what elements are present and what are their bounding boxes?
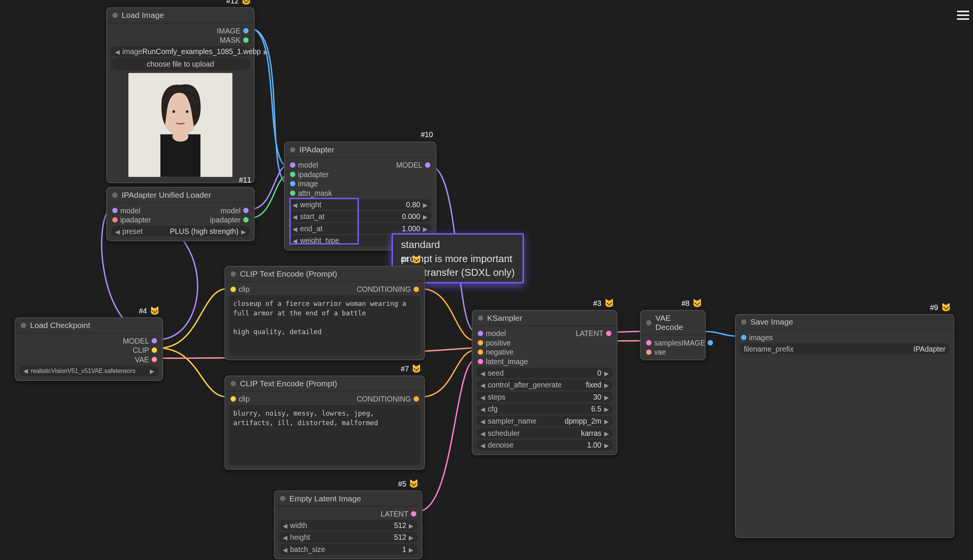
node-load-checkpoint[interactable]: #4🐱 Load Checkpoint MODEL CLIP VAE reali… — [15, 317, 163, 381]
node-header[interactable]: Save Image — [736, 315, 953, 330]
node-header[interactable]: Load Checkpoint — [15, 318, 162, 333]
upload-button[interactable]: choose file to upload — [111, 58, 250, 70]
node-ksampler[interactable]: #3🐱 KSampler modelLATENT positive negati… — [472, 310, 617, 455]
batch-size-widget[interactable]: batch_size1 — [278, 544, 418, 555]
node-header[interactable]: CLIP Text Encode (Prompt) — [225, 377, 425, 392]
dropdown-item[interactable]: standard — [398, 237, 517, 252]
image-select-widget[interactable]: imageRunComfy_examples_1085_1.webp — [111, 46, 250, 57]
node-badge: #3🐱 — [593, 299, 614, 308]
weight-widget[interactable]: weight0.80 — [289, 199, 432, 210]
node-badge: #7🐱 — [401, 364, 422, 374]
image-preview — [128, 73, 233, 177]
node-badge: #9🐱 — [930, 303, 951, 312]
svg-point-3 — [173, 131, 188, 142]
seed-widget[interactable]: seed0 — [477, 368, 613, 378]
control-after-generate-widget[interactable]: control_after_generatefixed — [477, 380, 613, 390]
node-graph-canvas[interactable]: #12🐱 Load Image IMAGE MASK imageRunComfy… — [0, 0, 973, 560]
node-badge: #11 — [239, 176, 251, 183]
node-badge: #12🐱 — [226, 0, 252, 5]
node-header[interactable]: IPAdapter Unified Loader — [107, 188, 254, 203]
node-header[interactable]: CLIP Text Encode (Prompt) — [225, 267, 425, 282]
node-vae-decode[interactable]: #8🐱 VAE Decode samplesIMAGE vae — [640, 310, 706, 360]
cfg-widget[interactable]: cfg6.5 — [477, 403, 613, 414]
node-clip-negative[interactable]: #7🐱 CLIP Text Encode (Prompt) clipCONDIT… — [224, 376, 425, 470]
denoise-widget[interactable]: denoise1.00 — [477, 440, 613, 450]
start-at-widget[interactable]: start_at0.000 — [289, 211, 432, 222]
svg-point-5 — [186, 110, 188, 113]
prompt-textarea[interactable]: closeup of a fierce warrior woman wearin… — [229, 295, 421, 355]
preset-widget[interactable]: presetPLUS (high strength) — [111, 226, 250, 237]
height-widget[interactable]: height512 — [278, 532, 418, 542]
node-ipadapter-loader[interactable]: #11 IPAdapter Unified Loader modelmodel … — [106, 187, 255, 241]
hamburger-menu-icon[interactable] — [957, 11, 969, 20]
steps-widget[interactable]: steps30 — [477, 392, 613, 402]
node-load-image[interactable]: #12🐱 Load Image IMAGE MASK imageRunComfy… — [106, 7, 255, 183]
node-badge: #4🐱 — [401, 255, 422, 264]
width-widget[interactable]: width512 — [278, 520, 418, 531]
ckpt-widget[interactable]: realisticVisionV51_v51VAE.safetensors — [20, 365, 158, 376]
node-header[interactable]: Empty Latent Image — [275, 491, 422, 506]
node-badge: #10 — [421, 130, 433, 138]
node-empty-latent[interactable]: #5🐱 Empty Latent Image LATENT width512 h… — [274, 490, 422, 559]
node-save-image[interactable]: #9🐱 Save Image images filename_prefixIPA… — [735, 314, 954, 538]
node-header[interactable]: Load Image — [107, 8, 254, 23]
end-at-widget[interactable]: end_at1.000 — [289, 223, 432, 234]
prompt-textarea[interactable]: blurry, noisy, messy, lowres, jpeg, arti… — [229, 405, 421, 465]
filename-prefix-widget[interactable]: filename_prefixIPAdapter — [740, 343, 950, 354]
node-clip-positive[interactable]: #4🐱 CLIP Text Encode (Prompt) clipCONDIT… — [224, 266, 425, 360]
node-header[interactable]: IPAdapter — [285, 142, 435, 158]
node-badge: #4🐱 — [139, 306, 160, 315]
svg-point-4 — [173, 110, 175, 113]
sampler-name-widget[interactable]: sampler_namedpmpp_2m — [477, 416, 613, 426]
node-header[interactable]: KSampler — [472, 311, 617, 326]
node-badge: #5🐱 — [398, 479, 419, 489]
node-header[interactable]: VAE Decode — [641, 311, 705, 336]
node-badge: #8🐱 — [681, 299, 703, 308]
scheduler-widget[interactable]: schedulerkarras — [477, 428, 613, 438]
